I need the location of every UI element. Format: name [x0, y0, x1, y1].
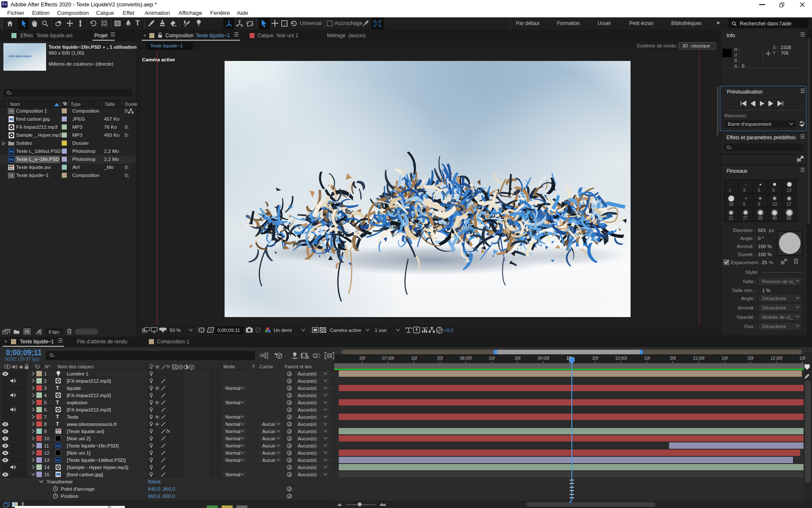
svg-text:Ps: Ps — [9, 157, 14, 162]
svg-text:Ps: Ps — [9, 149, 14, 154]
svg-text:Ps: Ps — [56, 444, 60, 448]
svg-text:Ps: Ps — [56, 458, 60, 462]
